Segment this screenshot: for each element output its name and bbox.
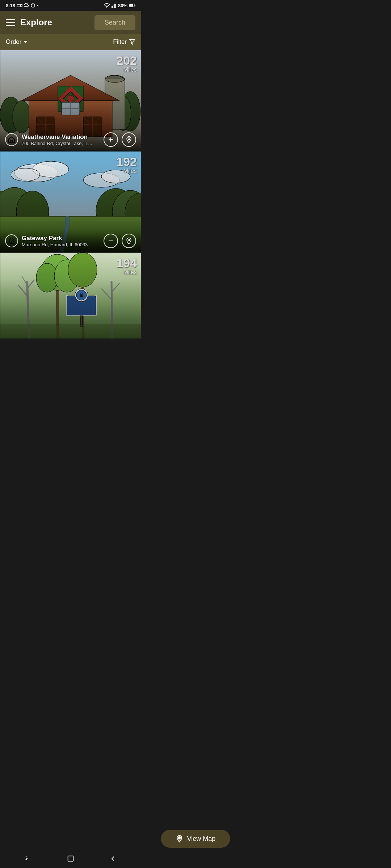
app-title: Explore [20, 17, 52, 27]
circle-icon [30, 3, 35, 8]
location-icon-2 [125, 237, 133, 244]
time-display: 8:18 [6, 3, 15, 8]
card-footer-2: Gateway Park Marengo Rd, Harvard, IL 600… [0, 230, 141, 252]
status-time: 8:18 • [6, 3, 38, 8]
svg-point-40 [128, 138, 130, 140]
search-button[interactable]: Search [94, 15, 135, 30]
plus-icon [107, 136, 114, 143]
svg-marker-1 [21, 4, 22, 7]
wifi-icon [104, 3, 110, 8]
distance-unit-2: Miles [123, 168, 137, 174]
minus-icon [107, 237, 114, 244]
status-indicators: 80% [104, 3, 135, 8]
card-title-1: Weathervane Variation [22, 133, 104, 141]
map-pin-button-1[interactable] [122, 132, 136, 147]
distance-unit-1: Miles [123, 67, 137, 73]
status-bar: 8:18 • 80% [0, 0, 141, 11]
cloud-icon [24, 3, 29, 8]
toolbar: Order Filter [0, 34, 141, 50]
notification-icon [17, 3, 22, 8]
card-title-2: Gateway Park [22, 235, 104, 242]
card-address-2: Marengo Rd, Harvard, IL 60033 [22, 242, 104, 247]
svg-rect-0 [17, 4, 21, 7]
barn-icon [8, 136, 15, 143]
card-weathervane[interactable]: 202 Miles Weathervane Variation 705 Barl… [0, 50, 141, 151]
card-info-2: Gateway Park Marengo Rd, Harvard, IL 600… [5, 234, 104, 247]
svg-rect-9 [129, 4, 133, 7]
dropdown-arrow-icon [24, 41, 27, 43]
svg-rect-5 [112, 6, 113, 8]
card-info-1: Weathervane Variation 705 Barlina Rd, Cr… [5, 133, 104, 146]
svg-rect-6 [113, 5, 114, 8]
svg-point-4 [106, 7, 107, 8]
distance-number-2: 192 [116, 156, 137, 168]
card-type-icon-2 [5, 234, 18, 247]
battery-icon [129, 3, 135, 8]
filter-button[interactable]: Filter [113, 38, 135, 46]
order-label: Order [6, 38, 21, 46]
svg-rect-37 [11, 140, 13, 142]
distance-badge-2: 192 Miles [116, 156, 137, 174]
card-actions-1 [104, 132, 136, 147]
cards-list: 202 Miles Weathervane Variation 705 Barl… [0, 50, 141, 339]
add-button-1[interactable] [104, 132, 118, 147]
svg-marker-10 [130, 39, 135, 44]
filter-icon [129, 39, 135, 45]
order-button[interactable]: Order [6, 38, 27, 46]
svg-point-57 [128, 239, 130, 241]
card-gateway-park[interactable]: 192 Miles Gateway Park Marengo Rd, Harva… [0, 151, 141, 252]
menu-button[interactable] [6, 19, 15, 26]
leaf-icon [8, 237, 15, 244]
distance-badge-1: 202 Miles [116, 54, 137, 73]
svg-rect-7 [114, 4, 115, 8]
distance-number-3: 194 [116, 257, 137, 269]
card-actions-2 [104, 234, 136, 248]
app-header: Explore Search [0, 11, 141, 34]
card-address-1: 705 Barlina Rd, Crystal Lake, IL... [22, 141, 104, 146]
battery-display: 80% [118, 3, 127, 8]
distance-unit-3: Miles [123, 269, 137, 275]
location-icon-1 [125, 136, 133, 143]
card-type-icon-1 [5, 133, 18, 146]
map-pin-button-2[interactable] [122, 234, 136, 248]
card-third[interactable]: M 194 Miles [0, 252, 141, 339]
distance-badge-3: 194 Miles [116, 257, 137, 276]
card-footer-1: Weathervane Variation 705 Barlina Rd, Cr… [0, 129, 141, 150]
remove-button-2[interactable] [104, 234, 118, 248]
dot-indicator: • [37, 3, 38, 8]
card-text-1: Weathervane Variation 705 Barlina Rd, Cr… [22, 133, 104, 146]
distance-number-1: 202 [116, 54, 137, 67]
card-text-2: Gateway Park Marengo Rd, Harvard, IL 600… [22, 235, 104, 247]
filter-label: Filter [113, 38, 127, 46]
signal-icon [112, 3, 117, 8]
